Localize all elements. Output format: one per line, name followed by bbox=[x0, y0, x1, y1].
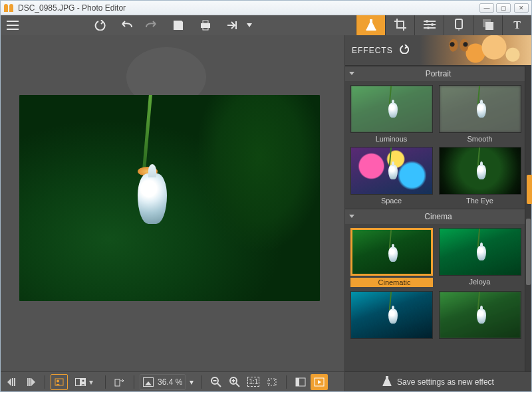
category-label: Portrait bbox=[426, 69, 452, 78]
svg-rect-12 bbox=[76, 379, 80, 385]
svg-rect-0 bbox=[201, 23, 210, 28]
svg-rect-14 bbox=[115, 379, 120, 386]
panel-scrollbar-thumb[interactable] bbox=[526, 219, 531, 285]
top-toolbar-left bbox=[1, 15, 254, 35]
effect-label: The Eye bbox=[466, 197, 493, 205]
zoom-100-button[interactable]: 1:1 bbox=[245, 374, 262, 390]
category-label: Cinema bbox=[424, 212, 452, 221]
effect-theeye[interactable]: The Eye bbox=[438, 147, 522, 205]
collapse-icon bbox=[349, 72, 354, 75]
export-button[interactable] bbox=[221, 15, 245, 35]
effect-label: Luminous bbox=[376, 135, 408, 143]
effects-header-label: EFFECTS bbox=[352, 46, 393, 55]
flask-save-icon bbox=[382, 375, 392, 388]
category-portrait: Portrait Luminous Smooth bbox=[345, 66, 531, 209]
window-title: DSC_0985.JPG - Photo Editor bbox=[18, 3, 479, 13]
tab-effects[interactable] bbox=[356, 15, 385, 35]
save-effect-label: Save settings as new effect bbox=[397, 377, 494, 387]
minimize-button[interactable]: — bbox=[479, 3, 494, 13]
canvas-image[interactable] bbox=[19, 95, 320, 301]
effects-reset-icon[interactable] bbox=[398, 45, 409, 56]
bottom-toolbar: ▾ 36.4 % ▾ bbox=[1, 371, 344, 391]
panel-right-button[interactable] bbox=[311, 374, 328, 390]
svg-point-13 bbox=[82, 379, 84, 381]
save-button[interactable] bbox=[166, 15, 190, 35]
window-controls: — ▢ ✕ bbox=[479, 3, 529, 13]
svg-point-5 bbox=[427, 27, 430, 29]
tab-text[interactable]: T bbox=[502, 15, 531, 35]
next-image-button[interactable] bbox=[22, 374, 39, 390]
picture-icon bbox=[143, 377, 154, 387]
text-icon: T bbox=[513, 19, 521, 31]
tab-overlay[interactable] bbox=[473, 15, 502, 35]
canvas-pane: ▾ 36.4 % ▾ bbox=[1, 35, 344, 391]
svg-rect-8 bbox=[485, 22, 493, 30]
effect-space[interactable]: Space bbox=[349, 147, 434, 205]
svg-point-10 bbox=[57, 379, 59, 382]
top-toolbar: T bbox=[1, 15, 531, 35]
crop-icon bbox=[394, 19, 406, 33]
zoom-in-button[interactable] bbox=[226, 374, 243, 390]
export-dropdown[interactable] bbox=[245, 15, 254, 35]
zoom-out-button[interactable] bbox=[207, 374, 225, 390]
category-header-cinema[interactable]: Cinema bbox=[345, 209, 531, 224]
rotate-button[interactable] bbox=[111, 374, 128, 390]
effect-label: Smooth bbox=[467, 135, 493, 143]
effect-cinema-4[interactable] bbox=[438, 291, 522, 341]
maximize-button[interactable]: ▢ bbox=[496, 3, 511, 13]
canvas-stem bbox=[142, 95, 152, 172]
separator bbox=[105, 375, 106, 389]
compare-split-group: ▾ bbox=[72, 374, 97, 390]
category-header-portrait[interactable]: Portrait bbox=[345, 66, 531, 81]
canvas-drop bbox=[138, 173, 167, 224]
print-button[interactable] bbox=[194, 15, 217, 35]
zoom-fit-button[interactable] bbox=[263, 374, 281, 390]
effect-label: Jeloya bbox=[469, 278, 491, 286]
separator bbox=[201, 375, 202, 389]
sliders-icon bbox=[424, 19, 436, 32]
collapse-icon bbox=[349, 215, 354, 218]
tab-retouch[interactable] bbox=[444, 15, 473, 35]
canvas-view[interactable] bbox=[1, 35, 344, 371]
svg-rect-6 bbox=[456, 19, 462, 29]
prev-image-button[interactable] bbox=[3, 374, 21, 390]
app-logo-icon bbox=[3, 3, 14, 13]
panel-collapse-handle[interactable] bbox=[527, 175, 532, 204]
svg-rect-19 bbox=[296, 378, 299, 386]
redo-button[interactable] bbox=[139, 15, 163, 35]
butterfly-icon bbox=[449, 39, 469, 54]
save-effect-button[interactable]: Save settings as new effect bbox=[345, 371, 531, 391]
undo-button[interactable] bbox=[115, 15, 139, 35]
menu-button[interactable] bbox=[1, 15, 25, 35]
compare-single-button[interactable] bbox=[51, 374, 68, 390]
effect-jeloya[interactable]: Jeloya bbox=[438, 228, 522, 287]
effect-label: Cinematic bbox=[350, 278, 433, 287]
retouch-icon bbox=[454, 19, 464, 33]
effect-smooth[interactable]: Smooth bbox=[438, 85, 522, 143]
effect-cinematic[interactable]: Cinematic bbox=[349, 228, 434, 287]
separator bbox=[286, 375, 287, 389]
category-cinema: Cinema Cinematic Jeloya bbox=[345, 209, 531, 345]
titlebar: DSC_0985.JPG - Photo Editor — ▢ ✕ bbox=[1, 1, 531, 15]
effects-panel: EFFECTS Portrait bbox=[344, 35, 531, 391]
compare-split-menu[interactable]: ▾ bbox=[89, 377, 97, 387]
effect-label: Space bbox=[381, 197, 402, 205]
compare-split-button[interactable] bbox=[72, 374, 89, 390]
tab-adjust[interactable] bbox=[414, 15, 444, 35]
zoom-readout[interactable]: 36.4 % bbox=[140, 374, 186, 390]
undo-all-button[interactable] bbox=[88, 15, 112, 35]
svg-point-3 bbox=[426, 20, 428, 23]
panel-left-button[interactable] bbox=[292, 374, 309, 390]
panel-scrollbar[interactable] bbox=[525, 66, 531, 371]
separator bbox=[45, 375, 45, 389]
tab-crop[interactable] bbox=[385, 15, 414, 35]
close-button[interactable]: ✕ bbox=[514, 3, 529, 13]
app-window: DSC_0985.JPG - Photo Editor — ▢ ✕ bbox=[0, 0, 532, 392]
effect-cinema-3[interactable] bbox=[349, 291, 434, 341]
zoom-menu[interactable]: ▾ bbox=[187, 374, 196, 390]
mode-tabs: T bbox=[356, 15, 531, 35]
effect-luminous[interactable]: Luminous bbox=[349, 85, 434, 143]
svg-rect-1 bbox=[203, 21, 208, 23]
separator bbox=[134, 375, 134, 389]
zoom-value: 36.4 % bbox=[158, 377, 182, 387]
